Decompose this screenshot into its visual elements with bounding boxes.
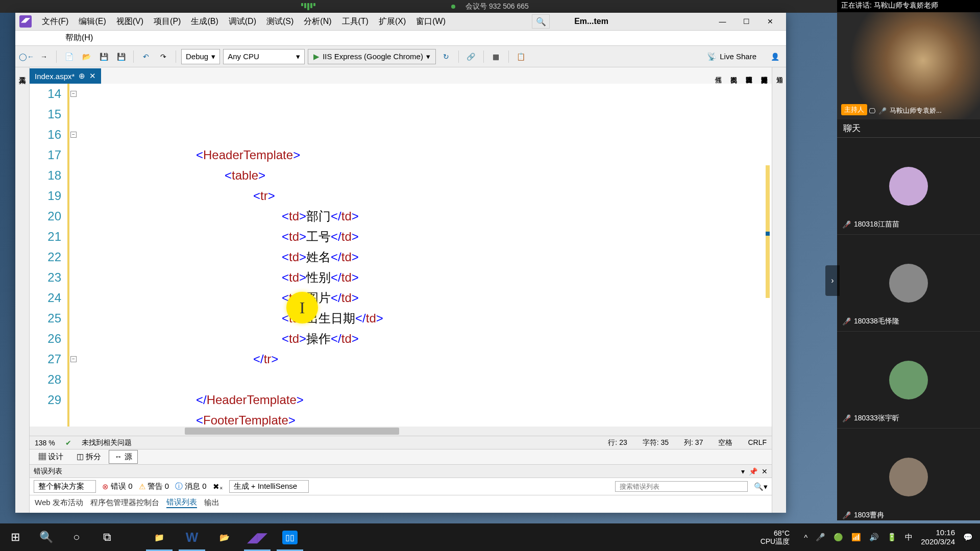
code-line[interactable]: <td>出生日期</td> xyxy=(82,308,772,329)
participant[interactable]: 🎤̸180338毛怿隆 xyxy=(837,235,980,332)
code-line[interactable]: </HeaderTemplate> xyxy=(82,390,772,410)
refresh-icon[interactable]: ↻ xyxy=(439,49,453,64)
tray-360-icon[interactable]: 🟢 xyxy=(834,533,843,542)
build-source-dropdown[interactable]: 生成 + IntelliSense xyxy=(229,480,309,493)
code-line[interactable]: <table> xyxy=(82,165,772,186)
tab-output[interactable]: 输出 xyxy=(204,498,219,508)
menu-window[interactable]: 窗口(W) xyxy=(412,14,450,29)
code-line[interactable]: <td>姓名</td> xyxy=(82,247,772,267)
tray-battery-icon[interactable]: 🔋 xyxy=(887,533,897,542)
tray-notifications-icon[interactable]: 💬 xyxy=(963,533,973,542)
open-folder-icon[interactable]: 📂 xyxy=(79,49,93,64)
cortana-button[interactable]: ○ xyxy=(61,523,92,551)
taskbar-app-explorer2[interactable]: 📂 xyxy=(208,523,241,551)
view-tab-design[interactable]: ▦ 设计 xyxy=(33,450,69,464)
search-button[interactable]: 🔍 xyxy=(532,14,550,29)
editor-tab[interactable]: Index.aspx* ⊕ ✕ xyxy=(30,68,101,84)
menu-view[interactable]: 视图(V) xyxy=(112,14,148,29)
code-line[interactable]: </tr> xyxy=(82,349,772,369)
code-line[interactable]: <td>图片</td> xyxy=(82,288,772,308)
taskbar-app-word[interactable]: W xyxy=(176,523,208,551)
tool-icon[interactable]: ▦ xyxy=(489,49,503,64)
errors-filter[interactable]: ⊗错误 0 xyxy=(102,482,133,491)
chat-header[interactable]: 聊天 xyxy=(837,119,980,138)
menu-build[interactable]: 生成(B) xyxy=(187,14,222,29)
issues-label[interactable]: 未找到相关问题 xyxy=(82,438,132,447)
code-line[interactable] xyxy=(82,369,772,390)
code-line[interactable]: <td>性别</td> xyxy=(82,267,772,288)
error-search-input[interactable] xyxy=(615,481,748,492)
maximize-button[interactable]: ☐ xyxy=(735,14,758,29)
code-line[interactable]: <td>操作</td> xyxy=(82,329,772,349)
menu-edit[interactable]: 编辑(E) xyxy=(75,14,110,29)
redo-icon[interactable]: ↷ xyxy=(156,49,170,64)
intellisense-toggle[interactable]: ✖ₓ xyxy=(213,482,223,491)
tab-notifications[interactable]: 通知 xyxy=(775,71,784,509)
config-dropdown[interactable]: Debug ▾ xyxy=(181,49,220,64)
start-button[interactable]: ⊞ xyxy=(0,523,31,551)
browser-link-icon[interactable]: 🔗 xyxy=(464,49,478,64)
sidebar-collapse-button[interactable]: › xyxy=(825,265,840,296)
code-line[interactable]: <td>工号</td> xyxy=(82,227,772,247)
minimize-button[interactable]: — xyxy=(711,14,734,29)
undo-icon[interactable]: ↶ xyxy=(139,49,153,64)
task-view-button[interactable]: ⧉ xyxy=(92,523,122,551)
menu-test[interactable]: 测试(S) xyxy=(262,14,298,29)
save-all-icon[interactable]: 💾 xyxy=(114,49,128,64)
messages-filter[interactable]: ⓘ消息 0 xyxy=(175,482,207,491)
nav-forward-icon[interactable]: → xyxy=(37,49,51,64)
participant[interactable]: 🎤̸180318江苗苗 xyxy=(837,138,980,235)
tray-volume-icon[interactable]: 🔊 xyxy=(869,533,879,542)
view-tab-split[interactable]: ◫ 拆分 xyxy=(71,450,107,464)
close-tab-icon[interactable]: ✕ xyxy=(89,71,96,81)
tab-pkg-console[interactable]: 程序包管理器控制台 xyxy=(90,498,159,508)
fold-toggle-icon[interactable]: − xyxy=(70,132,77,138)
zoom-level[interactable]: 138 % xyxy=(35,439,55,447)
toolbox-tab[interactable]: 工具箱 xyxy=(15,67,30,513)
code-line[interactable]: <FooterTemplate> xyxy=(82,410,772,427)
new-item-icon[interactable]: 📄 xyxy=(62,49,76,64)
menu-analyze[interactable]: 分析(N) xyxy=(300,14,335,29)
tab-web-publish[interactable]: Web 发布活动 xyxy=(35,498,83,508)
code-line[interactable]: <HeaderTemplate> xyxy=(82,145,772,165)
horizontal-scrollbar[interactable] xyxy=(30,427,772,436)
warnings-filter[interactable]: ⚠警告 0 xyxy=(139,482,169,491)
participant[interactable]: 🎤̸1803曹冉 xyxy=(837,429,980,520)
menu-help[interactable]: 帮助(H) xyxy=(61,31,97,45)
tab-error-list[interactable]: 错误列表 xyxy=(166,497,197,508)
code-editor[interactable]: 14151617181920212223242526272829 −−− <He… xyxy=(30,84,772,427)
pin-icon[interactable]: ⊕ xyxy=(79,71,85,81)
account-icon[interactable]: 👤 xyxy=(768,49,782,64)
taskbar-app-explorer[interactable]: 📁 xyxy=(143,523,176,551)
tray-ime-icon[interactable]: 中 xyxy=(905,533,913,542)
fold-toggle-icon[interactable]: − xyxy=(70,91,77,97)
menu-extensions[interactable]: 扩展(X) xyxy=(375,14,410,29)
vs-titlebar[interactable]: 文件(F) 编辑(E) 视图(V) 项目(P) 生成(B) 调试(D) 测试(S… xyxy=(15,13,786,31)
nav-back-icon[interactable]: ◯← xyxy=(19,49,34,64)
menu-file[interactable]: 文件(F) xyxy=(38,14,72,29)
host-video[interactable]: 主持人 🖵 🎤 马鞍山师专袁娇... xyxy=(837,12,980,119)
tray-wifi-icon[interactable]: 📶 xyxy=(851,533,861,542)
platform-dropdown[interactable]: Any CPU ▾ xyxy=(223,49,305,64)
run-button[interactable]: ▶IIS Express (Google Chrome) ▾ xyxy=(308,49,436,64)
tray-mic-icon[interactable]: 🎤 xyxy=(816,533,825,542)
menu-debug[interactable]: 调试(D) xyxy=(225,14,260,29)
error-panel-header[interactable]: 错误列表 ▾ 📌 ✕ xyxy=(30,465,772,478)
clock[interactable]: 10:16 2020/3/24 xyxy=(921,528,955,546)
tray-chevron-icon[interactable]: ^ xyxy=(804,533,807,542)
tool-icon[interactable]: 📋 xyxy=(514,49,528,64)
fold-toggle-icon[interactable]: − xyxy=(70,356,77,362)
menu-project[interactable]: 项目(P) xyxy=(150,14,185,29)
code-content[interactable]: <HeaderTemplate><table><tr><td>部门</td><t… xyxy=(80,84,772,427)
code-line[interactable]: <td>部门</td> xyxy=(82,206,772,227)
scrollbar-thumb[interactable] xyxy=(185,428,399,435)
search-button[interactable]: 🔍 xyxy=(31,523,61,551)
taskbar-app-tencent-meeting[interactable]: ▯▯ xyxy=(274,523,306,551)
liveshare-button[interactable]: 📡 Live Share xyxy=(707,52,756,61)
scope-dropdown[interactable]: 整个解决方案 xyxy=(34,480,96,493)
view-tab-source[interactable]: ↔ 源 xyxy=(109,450,137,464)
menu-tools[interactable]: 工具(T) xyxy=(338,14,373,29)
close-button[interactable]: ✕ xyxy=(759,14,782,29)
taskbar-app-visualstudio[interactable]: ◢◤ xyxy=(241,523,274,551)
save-icon[interactable]: 💾 xyxy=(96,49,111,64)
